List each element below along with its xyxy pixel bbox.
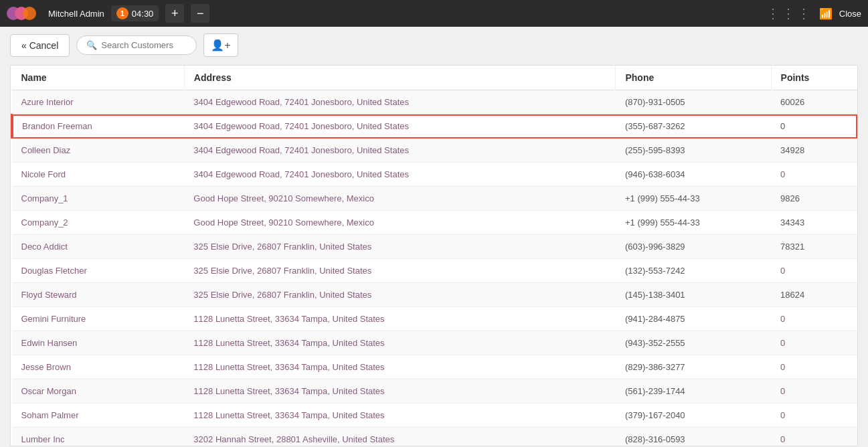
cell-points: 34928 (771, 139, 857, 163)
cell-address: 3202 Hannah Street, 28801 Asheville, Uni… (184, 428, 616, 447)
col-header-address: Address (184, 66, 616, 90)
cell-phone: (943)-352-2555 (616, 331, 771, 355)
table-row[interactable]: Soham Palmer1128 Lunetta Street, 33634 T… (12, 404, 858, 428)
cell-phone: (941)-284-4875 (616, 307, 771, 331)
cell-name: Jesse Brown (12, 355, 185, 379)
cell-address: 1128 Lunetta Street, 33634 Tampa, United… (184, 404, 616, 428)
table-row[interactable]: Floyd Steward325 Elsie Drive, 26807 Fran… (12, 283, 858, 307)
table-header: Name Address Phone Points (12, 66, 858, 90)
table-row[interactable]: Oscar Morgan1128 Lunetta Street, 33634 T… (12, 379, 858, 404)
table-row[interactable]: Douglas Fletcher325 Elsie Drive, 26807 F… (12, 259, 858, 283)
cell-points: 60026 (771, 90, 857, 114)
col-header-name: Name (12, 66, 185, 90)
cell-points: 0 (771, 114, 857, 139)
cell-phone: (255)-595-8393 (616, 139, 771, 163)
table-row[interactable]: Nicole Ford3404 Edgewood Road, 72401 Jon… (12, 163, 858, 187)
cell-name: Soham Palmer (12, 404, 185, 428)
cell-phone: +1 (999) 555-44-33 (616, 211, 771, 235)
cell-address: Good Hope Street, 90210 Somewhere, Mexic… (184, 211, 616, 235)
separator-dots: ⋮⋮⋮ (766, 5, 812, 21)
cell-address: 3404 Edgewood Road, 72401 Jonesboro, Uni… (184, 114, 616, 139)
cell-points: 34343 (771, 211, 857, 235)
cell-points: 0 (771, 331, 857, 355)
table-row[interactable]: Brandon Freeman3404 Edgewood Road, 72401… (12, 114, 858, 139)
table-row[interactable]: Lumber Inc3202 Hannah Street, 28801 Ashe… (12, 428, 858, 447)
cell-name: Nicole Ford (12, 163, 185, 187)
cell-name: Edwin Hansen (12, 331, 185, 355)
cell-name: Douglas Fletcher (12, 259, 185, 283)
cell-address: Good Hope Street, 90210 Somewhere, Mexic… (184, 187, 616, 211)
col-header-points: Points (771, 66, 857, 90)
cell-points: 0 (771, 307, 857, 331)
cell-points: 0 (771, 163, 857, 187)
cell-address: 325 Elsie Drive, 26807 Franklin, United … (184, 283, 616, 307)
cell-points: 0 (771, 259, 857, 283)
cell-phone: (145)-138-3401 (616, 283, 771, 307)
add-customer-button[interactable]: 👤+ (203, 33, 238, 57)
cell-points: 0 (771, 379, 857, 404)
topbar: Mitchell Admin 1 04:30 + − ⋮⋮⋮ 📶 Close (0, 0, 868, 27)
search-box: 🔍 (76, 35, 197, 55)
cell-phone: (946)-638-6034 (616, 163, 771, 187)
cell-phone: +1 (999) 555-44-33 (616, 187, 771, 211)
cell-address: 1128 Lunetta Street, 33634 Tampa, United… (184, 331, 616, 355)
table-row[interactable]: Gemini Furniture1128 Lunetta Street, 336… (12, 307, 858, 331)
cell-name: Company_1 (12, 187, 185, 211)
cell-phone: (355)-687-3262 (616, 114, 771, 139)
cell-address: 3404 Edgewood Road, 72401 Jonesboro, Uni… (184, 90, 616, 114)
cell-points: 0 (771, 404, 857, 428)
cell-name: Oscar Morgan (12, 379, 185, 404)
cell-phone: (561)-239-1744 (616, 379, 771, 404)
cell-phone: (132)-553-7242 (616, 259, 771, 283)
svg-point-2 (23, 7, 36, 20)
cell-phone: (829)-386-3277 (616, 355, 771, 379)
table-row[interactable]: Edwin Hansen1128 Lunetta Street, 33634 T… (12, 331, 858, 355)
cell-name: Brandon Freeman (12, 114, 185, 139)
cell-name: Colleen Diaz (12, 139, 185, 163)
cell-points: 9826 (771, 187, 857, 211)
user-name: Mitchell Admin (48, 9, 104, 19)
person-plus-icon: 👤+ (211, 39, 230, 52)
cell-points: 78321 (771, 235, 857, 259)
cell-address: 325 Elsie Drive, 26807 Franklin, United … (184, 259, 616, 283)
search-input[interactable] (101, 40, 188, 50)
table-row[interactable]: Jesse Brown1128 Lunetta Street, 33634 Ta… (12, 355, 858, 379)
cell-phone: (603)-996-3829 (616, 235, 771, 259)
cell-name: Floyd Steward (12, 283, 185, 307)
cell-phone: (379)-167-2040 (616, 404, 771, 428)
cell-name: Gemini Furniture (12, 307, 185, 331)
cancel-button[interactable]: « Cancel (10, 34, 70, 57)
plus-button[interactable]: + (165, 4, 184, 23)
search-icon: 🔍 (86, 40, 97, 50)
cell-name: Deco Addict (12, 235, 185, 259)
cell-points: 18624 (771, 283, 857, 307)
cell-name: Lumber Inc (12, 428, 185, 447)
toolbar: « Cancel 🔍 👤+ (10, 33, 858, 57)
table-row[interactable]: Azure Interior3404 Edgewood Road, 72401 … (12, 90, 858, 114)
cell-phone: (828)-316-0593 (616, 428, 771, 447)
col-header-phone: Phone (616, 66, 771, 90)
wifi-icon: 📶 (819, 7, 833, 20)
cell-name: Company_2 (12, 211, 185, 235)
cell-address: 3404 Edgewood Road, 72401 Jonesboro, Uni… (184, 163, 616, 187)
customers-table: Name Address Phone Points Azure Interior… (10, 65, 858, 446)
table-row[interactable]: Company_1Good Hope Street, 90210 Somewhe… (12, 187, 858, 211)
cell-address: 1128 Lunetta Street, 33634 Tampa, United… (184, 355, 616, 379)
cell-name: Azure Interior (12, 90, 185, 114)
cell-address: 3404 Edgewood Road, 72401 Jonesboro, Uni… (184, 139, 616, 163)
timer-display: 04:30 (132, 9, 154, 19)
cell-points: 0 (771, 355, 857, 379)
close-button[interactable]: Close (839, 9, 861, 19)
table-row[interactable]: Deco Addict325 Elsie Drive, 26807 Frankl… (12, 235, 858, 259)
table-row[interactable]: Company_2Good Hope Street, 90210 Somewhe… (12, 211, 858, 235)
logo (7, 4, 41, 23)
cell-points: 0 (771, 428, 857, 447)
cell-address: 325 Elsie Drive, 26807 Franklin, United … (184, 235, 616, 259)
cell-address: 1128 Lunetta Street, 33634 Tampa, United… (184, 307, 616, 331)
table-row[interactable]: Colleen Diaz3404 Edgewood Road, 72401 Jo… (12, 139, 858, 163)
main-content: « Cancel 🔍 👤+ Name Address Phone Points … (0, 27, 868, 447)
cell-phone: (870)-931-0505 (616, 90, 771, 114)
badge-count: 1 (116, 7, 128, 19)
minus-button[interactable]: − (191, 4, 209, 23)
timer-badge: 1 04:30 (111, 5, 159, 21)
